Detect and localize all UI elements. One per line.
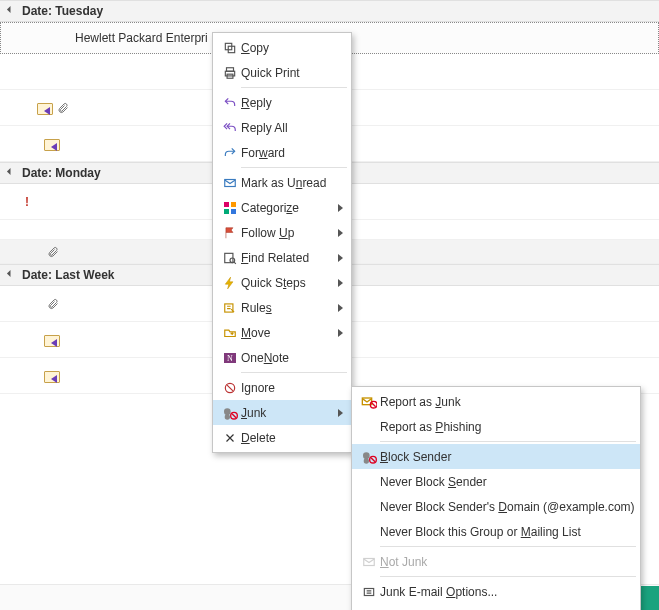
menu-block-sender[interactable]: Block Sender xyxy=(352,444,640,469)
rules-icon xyxy=(219,301,241,315)
report-junk-icon xyxy=(358,395,380,409)
svg-point-23 xyxy=(363,452,370,459)
caret-down-icon xyxy=(7,168,14,175)
menu-mark-unread[interactable]: Mark as Unread xyxy=(213,170,351,195)
label: Ignore xyxy=(241,381,343,395)
context-menu: Copy Quick Print Reply Reply All Forward… xyxy=(212,32,352,453)
svg-rect-7 xyxy=(231,202,236,207)
svg-point-17 xyxy=(225,414,230,419)
menu-never-block-domain[interactable]: Never Block Sender's Domain (@example.co… xyxy=(352,494,640,519)
menu-delete[interactable]: Delete xyxy=(213,425,351,450)
menu-junk-reporting-options[interactable]: Junk Reporting Options... xyxy=(352,604,640,610)
caret-down-icon xyxy=(7,6,14,13)
submenu-arrow-icon xyxy=(338,229,343,237)
reply-all-icon xyxy=(219,121,241,135)
group-label: Date: Tuesday xyxy=(22,4,103,18)
label: Quick Print xyxy=(241,66,343,80)
menu-onenote[interactable]: N OneNote xyxy=(213,345,351,370)
menu-report-junk[interactable]: Report as Junk xyxy=(352,389,640,414)
row-icon xyxy=(36,369,70,383)
svg-line-26 xyxy=(371,457,375,461)
find-icon xyxy=(219,251,241,265)
svg-rect-6 xyxy=(224,202,229,207)
svg-rect-28 xyxy=(364,588,373,595)
submenu-arrow-icon xyxy=(338,304,343,312)
row-icon xyxy=(36,333,70,347)
replied-icon xyxy=(44,137,62,151)
attachment-icon xyxy=(47,245,59,259)
group-label: Date: Last Week xyxy=(22,268,114,282)
replied-icon xyxy=(44,333,62,347)
submenu-arrow-icon xyxy=(338,204,343,212)
delete-icon xyxy=(219,431,241,445)
svg-rect-8 xyxy=(224,209,229,214)
label: Reply All xyxy=(241,121,343,135)
row-icon xyxy=(36,101,70,115)
menu-quick-print[interactable]: Quick Print xyxy=(213,60,351,85)
menu-report-phishing[interactable]: Report as Phishing xyxy=(352,414,640,439)
menu-move[interactable]: Move xyxy=(213,320,351,345)
svg-text:N: N xyxy=(227,354,233,363)
menu-never-block-group[interactable]: Never Block this Group or Mailing List xyxy=(352,519,640,544)
junk-submenu: Report as Junk Report as Phishing Block … xyxy=(351,386,641,610)
reply-icon xyxy=(219,96,241,110)
svg-line-19 xyxy=(232,413,236,417)
svg-point-24 xyxy=(364,458,369,463)
menu-reply[interactable]: Reply xyxy=(213,90,351,115)
menu-separator xyxy=(241,167,347,168)
menu-not-junk: Not Junk xyxy=(352,549,640,574)
categorize-icon xyxy=(219,201,241,215)
copy-icon xyxy=(219,41,241,55)
not-junk-icon xyxy=(358,555,380,569)
menu-junk[interactable]: Junk xyxy=(213,400,351,425)
svg-rect-9 xyxy=(231,209,236,214)
submenu-arrow-icon xyxy=(338,409,343,417)
menu-separator xyxy=(241,372,347,373)
onenote-icon: N xyxy=(219,351,241,365)
group-header-tuesday[interactable]: Date: Tuesday xyxy=(0,0,659,22)
from: Hewlett Packard Enterpri xyxy=(71,31,231,45)
menu-never-block-sender[interactable]: Never Block Sender xyxy=(352,469,640,494)
menu-forward[interactable]: Forward xyxy=(213,140,351,165)
replied-icon xyxy=(37,101,55,115)
menu-copy[interactable]: Copy xyxy=(213,35,351,60)
menu-separator xyxy=(241,87,347,88)
block-sender-icon xyxy=(358,450,380,464)
menu-separator xyxy=(380,546,636,547)
menu-separator xyxy=(380,576,636,577)
group-label: Date: Monday xyxy=(22,166,101,180)
junk-icon xyxy=(219,406,241,420)
menu-categorize[interactable]: Categorize xyxy=(213,195,351,220)
flag-icon xyxy=(219,226,241,240)
menu-follow-up[interactable]: Follow Up xyxy=(213,220,351,245)
row-icon xyxy=(36,245,70,259)
menu-separator xyxy=(380,441,636,442)
caret-down-icon xyxy=(7,270,14,277)
ignore-icon xyxy=(219,381,241,395)
submenu-arrow-icon xyxy=(338,254,343,262)
quick-steps-icon xyxy=(219,276,241,290)
svg-point-16 xyxy=(224,408,231,415)
row-icon xyxy=(36,137,70,151)
attachment-icon xyxy=(47,297,59,311)
menu-rules[interactable]: Rules xyxy=(213,295,351,320)
print-icon xyxy=(219,66,241,80)
menu-find-related[interactable]: Find Related xyxy=(213,245,351,270)
menu-reply-all[interactable]: Reply All xyxy=(213,115,351,140)
menu-junk-options[interactable]: Junk E-mail Options... xyxy=(352,579,640,604)
submenu-arrow-icon xyxy=(338,279,343,287)
move-icon xyxy=(219,326,241,340)
row-icon xyxy=(36,297,70,311)
envelope-icon xyxy=(219,176,241,190)
replied-icon xyxy=(44,369,62,383)
menu-ignore[interactable]: Ignore xyxy=(213,375,351,400)
attachment-icon xyxy=(57,101,69,115)
importance-high-icon: ! xyxy=(18,195,36,209)
options-icon xyxy=(358,585,380,599)
submenu-arrow-icon xyxy=(338,329,343,337)
menu-quick-steps[interactable]: Quick Steps xyxy=(213,270,351,295)
forward-icon xyxy=(219,146,241,160)
